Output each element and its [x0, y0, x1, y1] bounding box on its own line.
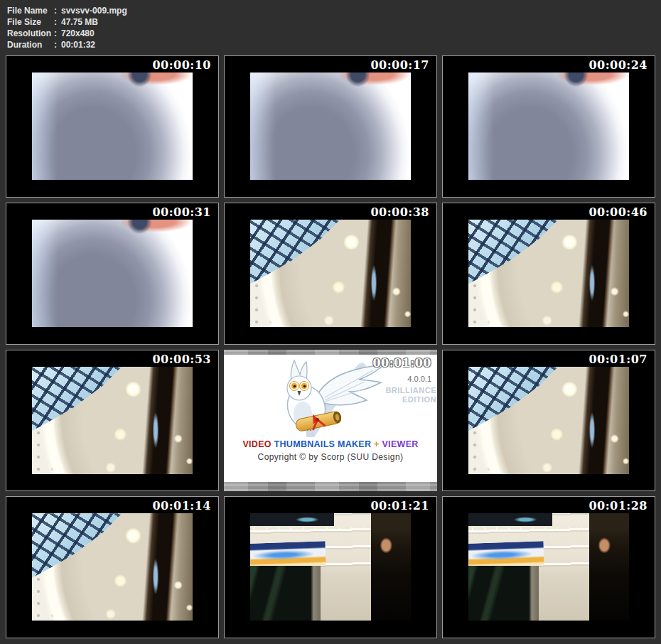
brand-viewer: VIEWER — [382, 439, 418, 449]
thumbnail-contact-sheet: File Name:svvsvv-009.mpg File Size:47.75… — [0, 0, 661, 644]
file-info-row: File Size:47.75 MB — [7, 16, 127, 28]
video-frame — [468, 73, 629, 180]
store-window-graphic — [250, 566, 321, 621]
store-interior-graphic — [321, 574, 370, 621]
brand-video: VIDEO — [242, 439, 271, 449]
resolution-value: 720x480 — [61, 28, 95, 38]
duration-label: Duration — [7, 39, 54, 50]
timestamp-overlay: 00:01:00 — [372, 356, 431, 370]
timestamp-overlay: 00:00:31 — [152, 205, 211, 219]
thumbnail-cell: 00:00:31 — [6, 203, 219, 345]
video-frame — [32, 513, 193, 621]
thumbnail-cell: 00:00:24 — [442, 55, 655, 198]
separator: : — [54, 28, 61, 39]
thumbnail-cell: 00:01:07 — [442, 350, 655, 492]
video-frame — [32, 220, 193, 327]
file-size-value: 47.75 MB — [61, 17, 98, 27]
brand-thumbnails-maker: THUMBNAILS MAKER — [274, 439, 372, 449]
file-info-row: Resolution:720x480 — [7, 28, 127, 39]
timestamp-overlay: 00:01:07 — [589, 353, 647, 366]
timestamp-overlay: 00:00:46 — [589, 205, 647, 219]
thumbnail-cell: 00:01:28 — [442, 496, 655, 638]
watermark-cell: 00:01:00 4.0.0.1 BRILLIANCE EDITION — [224, 350, 437, 492]
timestamp-overlay: 00:01:14 — [152, 499, 211, 512]
thumbnail-cell: 00:00:10 — [6, 55, 219, 198]
thumbnail-cell: 00:01:14 — [6, 496, 219, 638]
file-name-value: svvsvv-009.mpg — [61, 6, 127, 16]
upper-sign-graphic — [250, 513, 334, 526]
person-silhouette-graphic — [589, 513, 630, 621]
brand-plus: + — [374, 439, 380, 449]
store-window-graphic — [468, 566, 539, 621]
thumbnail-cell: 00:01:21 — [224, 496, 437, 638]
file-name-label: File Name — [7, 5, 54, 16]
thumbnail-grid: 00:00:10 00:00:17 00:00:24 00:00:31 00:0… — [6, 55, 655, 638]
separator: : — [54, 5, 61, 16]
file-size-label: File Size — [7, 16, 54, 28]
thumbnail-cell: 00:00:46 — [442, 203, 655, 345]
timestamp-overlay: 00:00:24 — [589, 58, 647, 72]
timestamp-overlay: 00:00:38 — [370, 205, 429, 219]
video-frame — [468, 220, 629, 327]
ceiling-lights-graphic — [472, 527, 584, 531]
skylight-graphic — [468, 220, 629, 327]
store-sign-graphic — [468, 541, 544, 568]
duration-value: 00:01:32 — [61, 40, 95, 50]
video-frame — [468, 513, 629, 621]
version-label: 4.0.0.1 — [407, 375, 431, 383]
thumbnail-cell: 00:00:38 — [224, 203, 437, 345]
store-sign-graphic — [250, 541, 326, 568]
timestamp-overlay: 00:00:53 — [152, 353, 211, 366]
watermark-panel: 00:01:00 4.0.0.1 BRILLIANCE EDITION — [224, 355, 437, 483]
file-info-row: Duration:00:01:32 — [7, 39, 127, 50]
separator: : — [54, 16, 61, 28]
person-silhouette-graphic — [371, 513, 412, 621]
ceiling-lights-graphic — [254, 527, 366, 531]
copyright-line: Copyright © by Scorp (SUU Design) — [224, 452, 437, 462]
file-info-header: File Name:svvsvv-009.mpg File Size:47.75… — [7, 5, 127, 50]
video-frame — [250, 513, 411, 621]
separator: : — [54, 39, 61, 50]
brand-line: VIDEO THUMBNAILS MAKER + VIEWER — [224, 439, 437, 449]
thumbnail-cell: 00:00:17 — [224, 55, 437, 198]
video-frame — [32, 73, 193, 180]
upper-sign-graphic — [468, 513, 552, 526]
skylight-graphic — [32, 513, 193, 621]
timestamp-overlay: 00:00:10 — [152, 58, 211, 72]
skylight-graphic — [32, 367, 193, 474]
video-frame — [468, 367, 629, 474]
video-frame — [250, 220, 411, 327]
store-interior-graphic — [539, 574, 589, 621]
video-frame — [250, 73, 411, 180]
skylight-graphic — [250, 220, 411, 327]
timestamp-overlay: 00:01:21 — [370, 499, 429, 512]
skylight-graphic — [468, 367, 629, 474]
edition-line2: EDITION — [402, 395, 436, 404]
thumbnail-cell: 00:00:53 — [6, 350, 219, 492]
timestamp-overlay: 00:01:28 — [589, 499, 647, 512]
file-info-row: File Name:svvsvv-009.mpg — [7, 5, 127, 16]
resolution-label: Resolution — [7, 28, 54, 39]
timestamp-overlay: 00:00:17 — [370, 58, 429, 72]
video-frame — [32, 367, 193, 474]
